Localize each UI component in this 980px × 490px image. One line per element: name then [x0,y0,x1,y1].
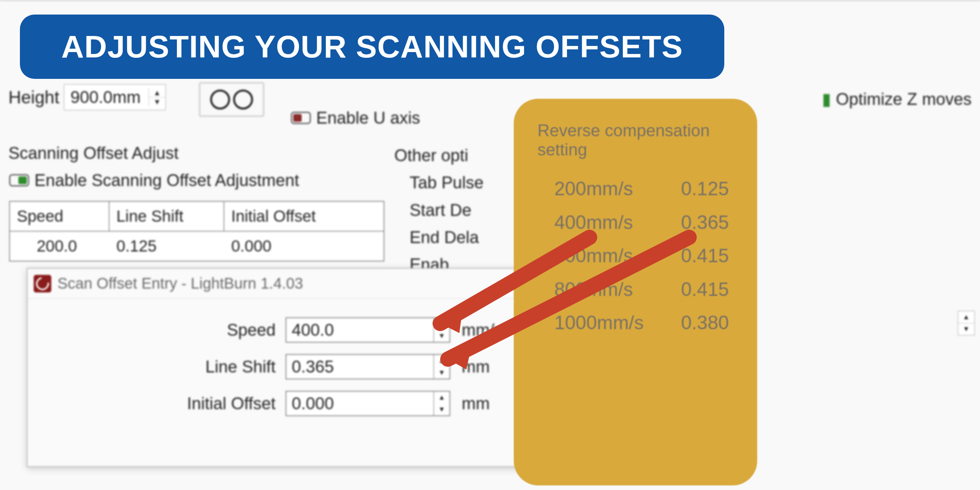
annotation-arrows [0,0,980,490]
